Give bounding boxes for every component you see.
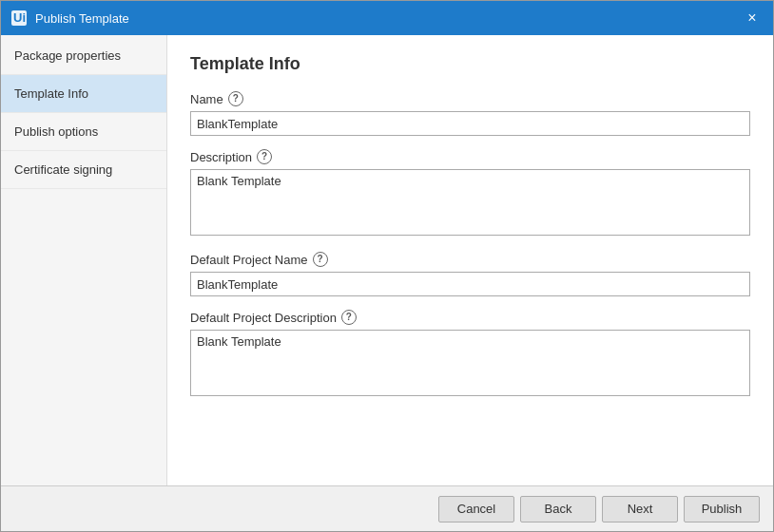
sidebar-item-certificate-signing[interactable]: Certificate signing [1, 151, 166, 189]
field-group-default-project-description: Default Project Description ? Blank Temp… [190, 310, 750, 399]
footer: Cancel Back Next Publish [1, 485, 773, 531]
cancel-button[interactable]: Cancel [438, 496, 514, 522]
field-label-name: Name ? [190, 91, 750, 106]
next-button[interactable]: Next [602, 496, 678, 522]
close-button[interactable]: × [741, 7, 764, 29]
field-label-default-project-description: Default Project Description ? [190, 310, 750, 325]
svg-text:Ui: Ui [13, 10, 26, 25]
sidebar-item-template-info[interactable]: Template Info [1, 75, 166, 113]
content-area: Package properties Template Info Publish… [1, 35, 773, 485]
description-help-icon[interactable]: ? [257, 149, 272, 164]
default-project-description-help-icon[interactable]: ? [341, 310, 357, 325]
sidebar-item-package-properties[interactable]: Package properties [1, 37, 166, 75]
section-title: Template Info [190, 54, 750, 74]
name-help-icon[interactable]: ? [228, 91, 243, 106]
field-group-name: Name ? [190, 91, 750, 136]
field-group-description: Description ? Blank Template [190, 149, 750, 238]
name-input[interactable] [190, 111, 750, 136]
title-bar: Ui Publish Template × [1, 1, 773, 35]
field-label-default-project-name: Default Project Name ? [190, 252, 750, 267]
sidebar: Package properties Template Info Publish… [1, 35, 167, 485]
dialog-title: Publish Template [35, 11, 741, 26]
field-group-default-project-name: Default Project Name ? [190, 252, 750, 296]
back-button[interactable]: Back [520, 496, 596, 522]
publish-button[interactable]: Publish [684, 496, 760, 522]
description-textarea[interactable]: Blank Template [190, 169, 750, 236]
default-project-name-help-icon[interactable]: ? [313, 252, 328, 267]
default-project-description-textarea[interactable]: Blank Template [190, 330, 750, 396]
app-icon: Ui [10, 10, 28, 27]
main-content: Template Info Name ? Description ? Blank… [167, 35, 773, 485]
publish-template-dialog: Ui Publish Template × Package properties… [0, 0, 774, 532]
field-label-description: Description ? [190, 149, 750, 164]
sidebar-item-publish-options[interactable]: Publish options [1, 113, 166, 151]
default-project-name-input[interactable] [190, 272, 750, 296]
